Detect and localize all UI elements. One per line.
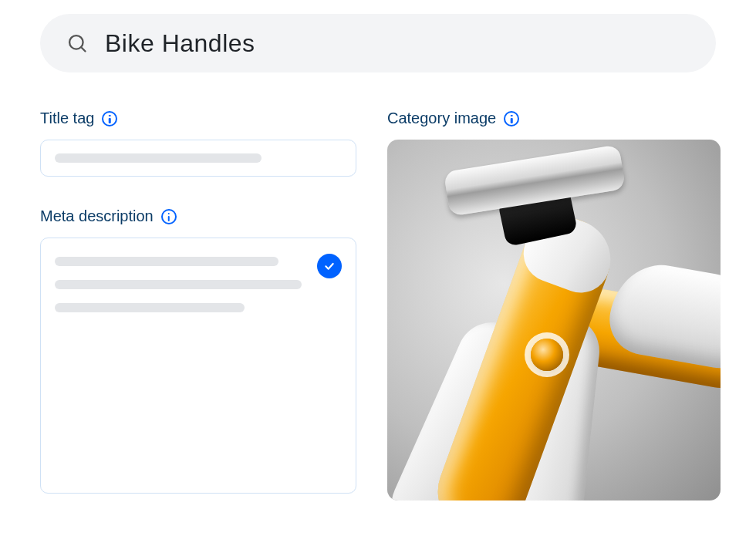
title-tag-label-row: Title tag	[40, 110, 356, 127]
placeholder-line	[55, 153, 262, 163]
validity-check-badge	[317, 254, 342, 278]
search-query-text: Bike Handles	[105, 29, 255, 58]
category-image-preview[interactable]	[387, 140, 721, 501]
search-bar[interactable]: Bike Handles	[40, 14, 716, 72]
info-icon[interactable]	[504, 111, 519, 126]
placeholder-line	[55, 280, 302, 289]
bike-bolt	[531, 339, 563, 371]
meta-description-input[interactable]	[40, 238, 356, 494]
meta-description-label-row: Meta description	[40, 207, 356, 225]
meta-description-label: Meta description	[40, 207, 154, 225]
title-tag-input[interactable]	[40, 140, 356, 177]
search-icon	[66, 32, 88, 54]
info-icon[interactable]	[102, 111, 117, 126]
category-image-label: Category image	[387, 110, 496, 127]
check-icon	[323, 260, 336, 272]
placeholder-line	[55, 257, 278, 266]
placeholder-line	[55, 303, 245, 312]
title-tag-label: Title tag	[40, 110, 94, 127]
info-icon[interactable]	[161, 209, 177, 224]
category-image-label-row: Category image	[387, 110, 721, 127]
svg-line-1	[81, 47, 85, 51]
